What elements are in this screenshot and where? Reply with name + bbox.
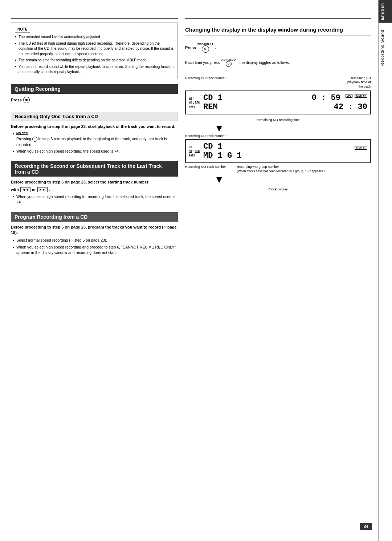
note-list: The recorded sound level is automaticall… <box>15 35 174 75</box>
recording-one-track-bullet1: MD REC Pressing in step 6 returns playba… <box>13 131 178 148</box>
note-item-1: The recorded sound level is automaticall… <box>15 35 174 40</box>
note-item-4: You cannot record sound while the repeat… <box>15 64 174 75</box>
arrow-down-2: ▼ <box>214 174 371 185</box>
step-ref-icon: ☞ <box>70 239 73 242</box>
lcd1-cd-box: ☐ <box>193 96 194 100</box>
lcd1-lp2-label: LP2 HIGH GR <box>346 94 367 97</box>
page-number: 24 <box>360 523 372 530</box>
lcd1-md-text: MD <box>189 100 192 105</box>
disp-chara-label: DISP/CHARA <box>197 43 213 45</box>
lcd2-bottom-labels: Recording MD track number Recording MD g… <box>185 165 371 174</box>
lcd2-mdrec-label: MD☐REC <box>189 149 203 153</box>
lcd1-content: CD☐ MD☐REC TAPE CD 1 <box>189 93 367 112</box>
with-line: with ◄◄ or ►► . <box>11 187 178 192</box>
each-time-label: Each time you press <box>185 60 220 65</box>
lcd1-top-row: CD 1 0 : 59 LP2 HIGH GR <box>203 93 367 102</box>
lcd1-box-rec: ☐ <box>193 101 194 104</box>
recording-second-header: Recording the Second or Subsequent Track… <box>11 161 178 177</box>
right-column: Changing the display in the display wind… <box>185 18 371 519</box>
page-ref-icon: ☞ <box>163 226 166 229</box>
recording-one-track-header: Recording Only One Track from a CD <box>11 112 178 121</box>
press-label-quitting: Press <box>11 98 22 102</box>
lcd1-side-labels: CD☐ MD☐REC TAPE <box>189 96 203 109</box>
press-label-display: Press <box>185 45 196 50</box>
lcd2-md-track: MD 1 G 1 <box>203 151 242 160</box>
lcd2-bottom-row: MD 1 G 1 <box>203 151 367 160</box>
remaining-cd-label: Remaining CD playback time of the track <box>347 76 371 89</box>
press-period-display: . <box>215 45 216 50</box>
disp-chara-button2: DISP/CHARA ⊙ <box>221 58 236 67</box>
lcd1-bottom-row: REM 42 : 30 <box>203 102 367 112</box>
lcd1-top-track: CD 1 <box>203 93 222 102</box>
disp-chara-icon2: ⊙ <box>226 61 232 67</box>
or-label: or <box>32 187 36 192</box>
lcd2-high-gr-label: HIGH GR <box>355 146 367 150</box>
lcd-display-2: CD☐ MD☐REC TAPE CD 1 <box>185 139 371 163</box>
recording-one-track-bullets: MD REC Pressing in step 6 returns playba… <box>13 131 178 154</box>
remaining-cd-1: Remaining CD <box>347 76 371 81</box>
lcd1-rem-label: REM <box>203 102 218 112</box>
press-period: . <box>31 98 32 102</box>
right-sidebar: English Recording Sound <box>378 0 392 541</box>
high-gr-1: HIGH GR <box>355 94 367 98</box>
lcd2-cd-label: CD☐ <box>189 145 203 149</box>
lcd2-tape-text: TAPE <box>189 153 195 158</box>
prev-skip-button[interactable]: ◄◄ <box>20 187 30 192</box>
recording-cd-track-label: Recording CD track number <box>185 76 226 89</box>
lcd2-box2: ☐ <box>193 149 194 153</box>
recording-second-bullets: When you select high speed recording for… <box>13 194 178 206</box>
lp2-text: LP2 <box>346 94 352 98</box>
recording-one-track-section: Recording Only One Track from a CD Befor… <box>11 112 178 156</box>
lcd2-md-text: MD <box>189 149 192 153</box>
circle-button-icon <box>32 137 37 142</box>
lcd2-content: CD☐ MD☐REC TAPE CD 1 <box>189 142 367 160</box>
each-time-text: Each time you press DISP/CHARA ⊙ , the d… <box>185 58 371 67</box>
note-item-2: The CD rotates at high speed during high… <box>15 41 174 57</box>
lcd1-rec-text: REC <box>195 100 200 105</box>
disp-chara-button[interactable]: DISP/CHARA ⊙ <box>197 43 213 53</box>
lcd2-rec-text: REC <box>195 149 200 153</box>
arrow-down-1: ▼ <box>214 123 371 133</box>
lcd2-side-labels: CD☐ MD☐REC TAPE <box>189 145 203 158</box>
with-label: with <box>11 187 19 192</box>
lcd1-tape-text: TAPE <box>189 105 195 109</box>
right-top-divider <box>185 18 371 19</box>
lcd2-main: CD 1 HIGH GR MD 1 G 1 <box>203 142 367 160</box>
lcd2-cd-text: CD <box>189 145 192 149</box>
recording-one-track-instruction: Before proceeding to step 6 on page 23, … <box>11 124 178 129</box>
page-ref: page 18). <box>11 225 177 235</box>
display1-labels: Recording CD track number Remaining CD p… <box>185 76 371 89</box>
disp-chara-icon: ⊙ <box>202 45 209 53</box>
note-box: NOTE The recorded sound level is automat… <box>11 23 178 79</box>
group-note: (When tracks have not been recorded in a… <box>237 169 325 173</box>
program-recording-bullets: Select normal speed recording (☞ step 5 … <box>13 238 178 256</box>
next-skip-button[interactable]: ►► <box>37 187 48 192</box>
md-rec-label: MD REC <box>16 131 178 136</box>
lcd2-top-track: CD 1 <box>203 142 222 151</box>
remaining-cd-3: the track <box>347 85 371 89</box>
quitting-recording-header: Quitting Recording <box>11 84 178 94</box>
lcd2-high-gr: HIGH GR <box>355 146 367 150</box>
top-divider <box>11 18 178 19</box>
program-recording-bullet1: Select normal speed recording (☞ step 5 … <box>13 238 178 243</box>
cd-display-1-container: Recording CD track number Remaining CD p… <box>185 76 371 191</box>
lcd1-bottom-time: 42 : 30 <box>334 102 367 112</box>
note-item-3: The remaining time for recording differs… <box>15 58 174 63</box>
lcd-display-1: CD☐ MD☐REC TAPE CD 1 <box>185 90 371 114</box>
sidebar-recording-sound-label: Recording Sound <box>379 27 392 69</box>
quitting-press-instruction: Press . <box>11 97 178 103</box>
lcd2-box: ☐ <box>193 145 194 149</box>
program-recording-bullet2: When you select high speed recording and… <box>13 245 178 256</box>
left-column: NOTE The recorded sound level is automat… <box>11 18 178 519</box>
program-recording-header: Program Recording from a CD <box>11 212 178 222</box>
lcd1-main: CD 1 0 : 59 LP2 HIGH GR REM 42 : 30 <box>203 93 367 112</box>
program-recording-section: Program Recording from a CD Before proce… <box>11 212 178 257</box>
main-content: NOTE The recorded sound level is automat… <box>0 11 378 526</box>
stop-button-icon[interactable] <box>23 97 30 103</box>
program-recording-instruction: Before proceeding to step 5 on page 23, … <box>11 225 178 236</box>
lcd1-mdrec-label: MD☐REC <box>189 100 203 105</box>
lcd2-top-row: CD 1 HIGH GR <box>203 142 367 151</box>
recording-one-track-bullet2: When you select high speed recording, th… <box>13 149 178 154</box>
stop-dot <box>25 99 28 101</box>
remaining-md-label: Remaining MD recording time <box>185 118 371 122</box>
